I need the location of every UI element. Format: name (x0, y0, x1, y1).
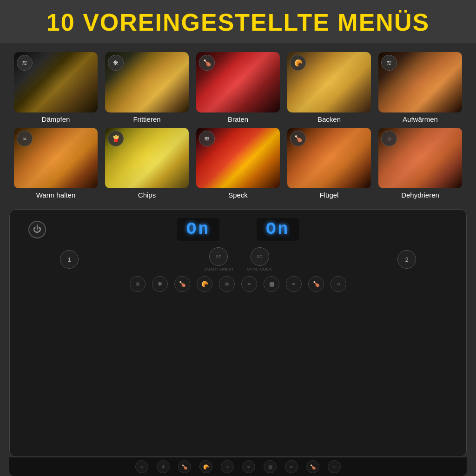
function-icons-row: ≋❋🍗🥐≋≈▦≈🍗○ (24, 276, 452, 292)
menu-grid: ≋Dämpfen❋Frittieren🍗Braten🥐Backen≋Aufwär… (14, 52, 462, 199)
menu-item-speck: ≋Speck (196, 128, 280, 199)
function-btn-8[interactable]: 🍗 (308, 276, 324, 292)
menu-icon-aufwarmen: ≋ (381, 55, 397, 71)
control-panel: ⏻ On On 1 SF SMART FINISH SC SYNC COOK (9, 209, 467, 457)
menu-item-chips: 🍟Chips (105, 128, 189, 199)
menu-label-aufwarmen: Aufwärmen (403, 115, 438, 123)
zone1-button[interactable]: 1 (60, 250, 79, 269)
strip-btn-0[interactable]: ≋ (135, 460, 148, 473)
menu-label-warmhalten: Warm halten (36, 191, 75, 199)
menu-label-dehydrieren: Dehydrieren (401, 191, 439, 199)
menu-item-backen: 🥐Backen (287, 52, 371, 123)
menu-label-frittieren: Frittieren (133, 115, 160, 123)
function-btn-4[interactable]: ≋ (219, 276, 235, 292)
zone2-button[interactable]: 2 (397, 250, 416, 269)
strip-btn-9[interactable]: ○ (328, 460, 341, 473)
menu-icon-dehydrieren: ○ (381, 131, 397, 146)
menu-item-flugel: 🍗Flügel (287, 128, 371, 199)
strip-btn-3[interactable]: 🥐 (199, 460, 212, 473)
strip-btn-2[interactable]: 🍗 (178, 460, 191, 473)
menu-icon-backen: 🥐 (290, 55, 306, 71)
food-image-backen: 🥐 (287, 52, 371, 112)
header-section: 10 VOREINGESTELLTE MENÜS (0, 0, 476, 43)
menu-section: ≋Dämpfen❋Frittieren🍗Braten🥐Backen≋Aufwär… (0, 43, 476, 204)
menu-item-warmhalten: ≈Warm halten (14, 128, 98, 199)
menu-icon-warmhalten: ≈ (17, 131, 33, 146)
menu-item-dampfen: ≋Dämpfen (14, 52, 98, 123)
food-image-chips: 🍟 (105, 128, 189, 188)
display-group: On On (46, 218, 430, 241)
display-right: On (257, 218, 299, 241)
menu-icon-chips: 🍟 (108, 131, 124, 146)
menu-icon-frittieren: ❋ (108, 55, 124, 71)
menu-label-braten: Braten (228, 115, 248, 123)
smart-finish-button[interactable]: SF (209, 247, 228, 266)
strip-btn-1[interactable]: ❋ (157, 460, 170, 473)
function-btn-5[interactable]: ≈ (241, 276, 257, 292)
menu-item-frittieren: ❋Frittieren (105, 52, 189, 123)
function-btn-0[interactable]: ≋ (130, 276, 145, 292)
menu-item-aufwarmen: ≋Aufwärmen (378, 52, 462, 123)
food-image-aufwarmen: ≋ (378, 52, 462, 112)
sync-cook-button[interactable]: SC (251, 247, 269, 266)
strip-btn-6[interactable]: ▦ (264, 460, 277, 473)
strip-btn-5[interactable]: ≈ (242, 460, 255, 473)
menu-icon-braten: 🍗 (199, 55, 215, 71)
menu-item-braten: 🍗Braten (196, 52, 280, 123)
food-image-braten: 🍗 (196, 52, 280, 112)
strip-btn-4[interactable]: ≋ (221, 460, 234, 473)
smart-finish-label: SMART FINISH (204, 267, 233, 271)
display-left: On (177, 218, 219, 241)
menu-icon-dampfen: ≋ (17, 55, 33, 71)
zone-buttons-row: 1 SF SMART FINISH SC SYNC COOK 2 (24, 247, 452, 271)
page-title: 10 VOREINGESTELLTE MENÜS (5, 8, 471, 36)
food-image-frittieren: ❋ (105, 52, 189, 112)
food-image-speck: ≋ (196, 128, 280, 188)
food-image-dampfen: ≋ (14, 52, 98, 112)
menu-icon-speck: ≋ (199, 131, 215, 146)
menu-label-chips: Chips (138, 191, 156, 199)
menu-item-dehydrieren: ○Dehydrieren (378, 128, 462, 199)
strip-btn-8[interactable]: 🍗 (306, 460, 319, 473)
function-btn-2[interactable]: 🍗 (174, 276, 190, 292)
function-btn-7[interactable]: ≈ (286, 276, 302, 292)
bottom-strip: ≋❋🍗🥐≋≈▦≈🍗○ (9, 457, 467, 476)
strip-btn-7[interactable]: ≈ (285, 460, 298, 473)
menu-label-speck: Speck (228, 191, 248, 199)
food-image-flugel: 🍗 (287, 128, 371, 188)
power-button[interactable]: ⏻ (28, 221, 46, 238)
food-image-warmhalten: ≈ (14, 128, 98, 188)
function-btn-1[interactable]: ❋ (152, 276, 168, 292)
main-container: 10 VOREINGESTELLTE MENÜS ≋Dämpfen❋Fritti… (0, 0, 476, 476)
function-btn-3[interactable]: 🥐 (197, 276, 212, 292)
menu-label-backen: Backen (317, 115, 341, 123)
menu-label-flugel: Flügel (320, 191, 339, 199)
menu-icon-flugel: 🍗 (290, 131, 306, 146)
function-btn-9[interactable]: ○ (331, 276, 346, 292)
panel-top-row: ⏻ On On (24, 218, 452, 241)
menu-label-dampfen: Dämpfen (42, 115, 70, 123)
food-image-dehydrieren: ○ (378, 128, 462, 188)
sync-cook-label: SYNC COOK (247, 267, 272, 271)
function-btn-6[interactable]: ▦ (264, 276, 279, 292)
